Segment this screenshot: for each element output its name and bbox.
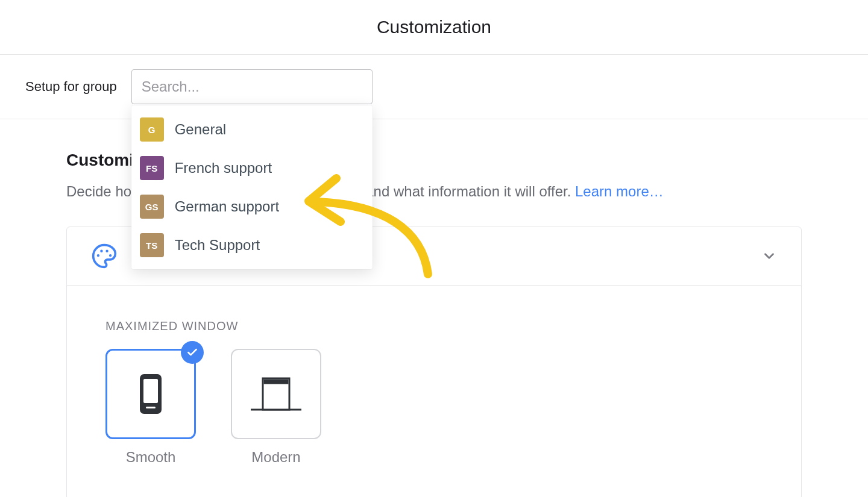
dropdown-item-german-support[interactable]: GS German support: [131, 187, 373, 226]
learn-more-link[interactable]: Learn more…: [575, 183, 664, 199]
setup-group-label: Setup for group: [25, 79, 117, 95]
option-smooth[interactable]: Smooth: [105, 349, 196, 466]
group-badge: FS: [140, 156, 164, 180]
checkmark-icon: [181, 341, 204, 364]
chevron-down-icon: [761, 248, 777, 264]
group-badge: TS: [140, 233, 164, 257]
option-modern-preview: [231, 349, 321, 439]
dropdown-item-label: Tech Support: [175, 237, 260, 254]
dropdown-item-french-support[interactable]: FS French support: [131, 149, 373, 187]
svg-point-0: [97, 254, 99, 257]
svg-rect-9: [264, 380, 289, 384]
svg-point-3: [109, 254, 112, 257]
group-selector-bar: Setup for group G General FS French supp…: [0, 55, 868, 119]
group-badge: G: [140, 117, 164, 142]
dropdown-item-label: General: [175, 121, 226, 138]
appearance-panel-body: MAXIMIZED WINDOW: [67, 286, 801, 497]
page-header: Customization: [0, 0, 868, 55]
svg-point-1: [100, 250, 102, 252]
option-label: Modern: [251, 449, 300, 466]
svg-rect-6: [146, 407, 156, 408]
dropdown-item-label: French support: [175, 160, 272, 177]
option-modern[interactable]: Modern: [231, 349, 321, 466]
svg-rect-5: [143, 379, 158, 403]
modern-preview-icon: [250, 375, 303, 413]
group-dropdown: G General FS French support GS German su…: [131, 105, 373, 269]
dropdown-item-label: German support: [175, 198, 279, 215]
option-label: Smooth: [126, 449, 176, 466]
group-badge: GS: [140, 195, 164, 219]
group-search-input[interactable]: [131, 69, 373, 104]
group-search-container: G General FS French support GS German su…: [131, 69, 373, 104]
option-smooth-preview: [105, 349, 196, 439]
smooth-preview-icon: [137, 373, 164, 415]
palette-icon: [91, 243, 118, 269]
dropdown-item-general[interactable]: G General: [131, 110, 373, 149]
dropdown-item-tech-support[interactable]: TS Tech Support: [131, 226, 373, 264]
page-title: Customization: [0, 17, 868, 37]
svg-point-2: [105, 250, 108, 252]
window-style-options: Smooth Modern: [105, 349, 763, 466]
main-content: Customization Decide how your chat widge…: [0, 119, 868, 497]
maximized-window-label: MAXIMIZED WINDOW: [105, 319, 763, 333]
